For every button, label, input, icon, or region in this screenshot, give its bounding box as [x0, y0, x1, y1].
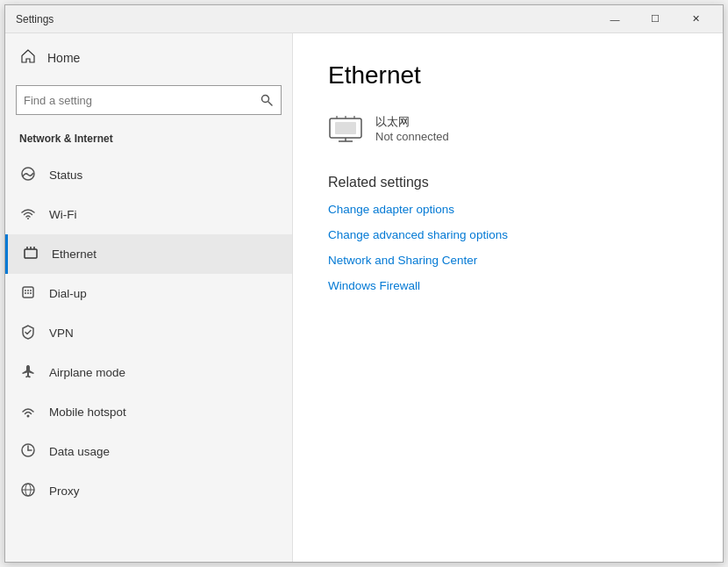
- sidebar-item-dialup[interactable]: Dial-up: [5, 274, 292, 313]
- hotspot-icon: [19, 403, 37, 421]
- sidebar-item-label-airplane: Airplane mode: [49, 366, 125, 379]
- window-controls: — ☐ ✕: [595, 5, 716, 33]
- home-icon: [19, 49, 37, 66]
- svg-rect-4: [25, 249, 37, 258]
- svg-point-9: [25, 290, 26, 291]
- ethernet-icon: [22, 245, 39, 263]
- link-change-sharing[interactable]: Change advanced sharing options: [328, 228, 688, 241]
- maximize-button[interactable]: ☐: [635, 5, 675, 33]
- settings-window: Settings — ☐ ✕ Home: [4, 4, 724, 563]
- page-title: Ethernet: [328, 61, 688, 90]
- sidebar-item-airplane[interactable]: Airplane mode: [5, 353, 292, 392]
- svg-point-10: [27, 290, 29, 291]
- device-row: 以太网 Not connected: [328, 114, 688, 143]
- search-input[interactable]: [17, 90, 253, 111]
- sidebar-item-label-status: Status: [49, 169, 82, 182]
- link-windows-firewall[interactable]: Windows Firewall: [328, 279, 688, 292]
- sidebar-item-ethernet[interactable]: Ethernet: [5, 234, 292, 274]
- main-content: Ethernet 以太网 Not connected: [293, 33, 723, 562]
- search-box[interactable]: [16, 85, 282, 115]
- minimize-button[interactable]: —: [595, 5, 635, 33]
- svg-rect-21: [335, 122, 356, 134]
- svg-point-12: [25, 292, 26, 294]
- datausage-icon: [19, 442, 37, 461]
- svg-point-15: [27, 415, 30, 418]
- search-button[interactable]: [253, 86, 281, 114]
- svg-line-1: [268, 102, 272, 105]
- sidebar-item-datausage[interactable]: Data usage: [5, 432, 292, 471]
- sidebar-item-label-hotspot: Mobile hotspot: [49, 406, 126, 419]
- window-title: Settings: [16, 13, 54, 25]
- link-change-adapter[interactable]: Change adapter options: [328, 203, 688, 216]
- sidebar-item-proxy[interactable]: Proxy: [5, 471, 292, 511]
- status-icon: [19, 166, 37, 184]
- svg-point-3: [27, 218, 29, 219]
- related-settings-title: Related settings: [328, 175, 688, 190]
- window-body: Home Network & Internet: [5, 33, 723, 562]
- device-info: 以太网 Not connected: [375, 114, 449, 143]
- sidebar-item-hotspot[interactable]: Mobile hotspot: [5, 392, 292, 432]
- svg-point-0: [262, 96, 269, 103]
- vpn-icon: [19, 324, 37, 342]
- sidebar-item-status[interactable]: Status: [5, 155, 292, 195]
- sidebar: Home Network & Internet: [5, 33, 293, 562]
- svg-point-11: [30, 290, 32, 291]
- title-bar: Settings — ☐ ✕: [5, 5, 723, 33]
- ethernet-device-icon: [328, 115, 363, 143]
- svg-point-14: [30, 292, 32, 294]
- close-button[interactable]: ✕: [675, 5, 716, 33]
- sidebar-section-title: Network & Internet: [5, 126, 292, 155]
- proxy-icon: [19, 482, 37, 500]
- sidebar-item-vpn[interactable]: VPN: [5, 313, 292, 353]
- sidebar-home[interactable]: Home: [5, 33, 292, 82]
- sidebar-item-label-proxy: Proxy: [49, 484, 80, 498]
- link-network-sharing-center[interactable]: Network and Sharing Center: [328, 254, 688, 267]
- sidebar-item-label-datausage: Data usage: [49, 445, 110, 458]
- device-name: 以太网: [375, 114, 449, 130]
- sidebar-item-wifi[interactable]: Wi-Fi: [5, 195, 292, 234]
- airplane-icon: [19, 363, 37, 382]
- sidebar-item-label-ethernet: Ethernet: [52, 248, 96, 261]
- svg-point-13: [27, 292, 29, 294]
- device-status: Not connected: [375, 130, 449, 143]
- home-label: Home: [47, 51, 80, 65]
- sidebar-item-label-dialup: Dial-up: [49, 287, 87, 300]
- wifi-icon: [19, 205, 37, 224]
- dialup-icon: [19, 284, 37, 303]
- sidebar-item-label-vpn: VPN: [49, 327, 74, 340]
- sidebar-item-label-wifi: Wi-Fi: [49, 208, 76, 221]
